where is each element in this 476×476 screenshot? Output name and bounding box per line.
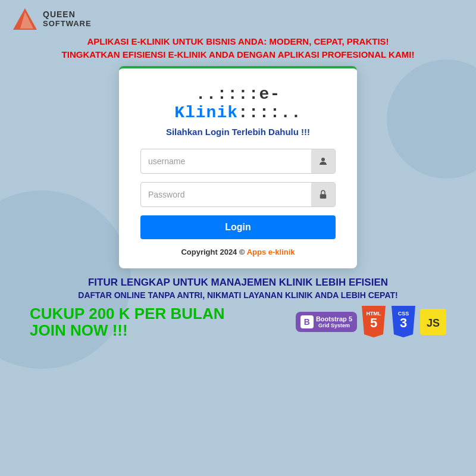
title-klinik: Klinik bbox=[174, 104, 238, 122]
title-suffix: ::::.. bbox=[238, 104, 302, 122]
lock-icon bbox=[311, 183, 335, 206]
tech-badges: B Bootstrap 5 Grid System HTML 5 CSS bbox=[296, 306, 446, 338]
svg-point-2 bbox=[321, 158, 325, 161]
css3-badge: CSS 3 bbox=[390, 306, 416, 338]
logo-text: QUEEN SOFTWARE bbox=[43, 10, 92, 28]
queen-software-logo bbox=[12, 6, 38, 32]
bottom-row: CUKUP 200 K PER BULAN JOIN NOW !!! B Boo… bbox=[12, 305, 464, 339]
header: QUEEN SOFTWARE bbox=[12, 6, 464, 32]
login-card: ..::::e-Klinik::::.. Silahkan Login Terl… bbox=[119, 66, 357, 268]
bootstrap-label: Bootstrap 5 bbox=[316, 315, 352, 322]
login-subtitle: Silahkan Login Terlebih Dahulu !!! bbox=[140, 127, 336, 137]
copyright: Copyright 2024 © Apps e-klinik bbox=[140, 248, 336, 256]
username-input[interactable] bbox=[141, 151, 311, 172]
tagline-2: TINGKATKAN EFISIENSI E-KLINIK ANDA DENGA… bbox=[62, 49, 415, 61]
price-line1: CUKUP 200 K PER BULAN bbox=[30, 305, 224, 322]
logo-software: SOFTWARE bbox=[43, 20, 92, 28]
price-text: CUKUP 200 K PER BULAN JOIN NOW !!! bbox=[30, 305, 224, 339]
bottom-section: FITUR LENGKAP UNTUK MANAJEMEN KLINIK LEB… bbox=[12, 277, 464, 339]
app-title: ..::::e-Klinik::::.. bbox=[140, 85, 336, 122]
price-line2: JOIN NOW !!! bbox=[30, 322, 224, 339]
bootstrap-badge: B Bootstrap 5 Grid System bbox=[296, 312, 357, 332]
bootstrap-text: Bootstrap 5 Grid System bbox=[316, 315, 352, 328]
title-e: e- bbox=[259, 85, 281, 104]
svg-text:JS: JS bbox=[427, 317, 440, 329]
js-badge: JS bbox=[420, 309, 446, 335]
bottom-subtitle: DAFTAR ONLINE TANPA ANTRI, NIKMATI LAYAN… bbox=[12, 290, 464, 302]
html5-badge: HTML 5 bbox=[361, 306, 387, 338]
tagline-1: APLIKASI E-KLINIK UNTUK BISNIS ANDA: MOD… bbox=[87, 36, 389, 48]
copyright-text: Copyright 2024 © bbox=[181, 248, 246, 256]
password-input-group bbox=[140, 182, 336, 207]
svg-rect-3 bbox=[320, 194, 327, 199]
bottom-title: FITUR LENGKAP UNTUK MANAJEMEN KLINIK LEB… bbox=[12, 277, 464, 289]
bootstrap-logo: B bbox=[300, 315, 314, 328]
username-input-group bbox=[140, 149, 336, 174]
title-prefix: ..:::: bbox=[196, 85, 259, 104]
svg-text:3: 3 bbox=[400, 315, 407, 330]
copyright-link: Apps e-klinik bbox=[247, 248, 295, 256]
logo-queen: QUEEN bbox=[43, 10, 92, 19]
password-input[interactable] bbox=[141, 184, 311, 205]
bootstrap-sublabel: Grid System bbox=[316, 322, 352, 328]
svg-text:5: 5 bbox=[370, 315, 377, 330]
user-icon bbox=[311, 149, 335, 173]
login-button[interactable]: Login bbox=[140, 215, 336, 239]
